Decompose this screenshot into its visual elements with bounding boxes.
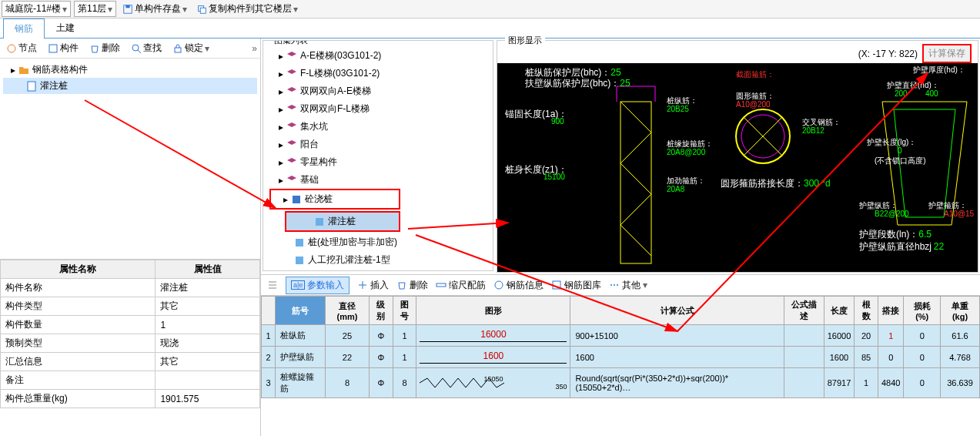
tree-child-pile[interactable]: 灌注桩	[3, 78, 257, 94]
prop-value[interactable]: 现浇	[156, 334, 260, 353]
atlas-item[interactable]: ▸ F-L楼梯(03G101-2)	[266, 65, 490, 82]
atlas-item[interactable]: ▸ 基础	[266, 171, 490, 189]
save-single-button[interactable]: 单构件存盘▾	[119, 2, 190, 15]
svg-line-25	[620, 163, 651, 194]
floor-select[interactable]: 第11层▾	[74, 1, 116, 17]
svg-point-45	[617, 284, 618, 286]
rebar-grid[interactable]: 筋号直径(mm)级别图号图形计算公式公式描述长度根数搭接损耗(%)单重(kg) …	[261, 296, 980, 436]
prop-value[interactable]: 其它	[156, 353, 260, 371]
svg-marker-11	[287, 69, 296, 74]
svg-rect-22	[620, 102, 651, 263]
doc-icon	[26, 81, 37, 92]
align-icons[interactable]	[267, 280, 278, 290]
prop-value[interactable]: 1	[156, 316, 260, 334]
lock-button[interactable]: 锁定▾	[169, 40, 212, 56]
delete-row-button[interactable]: 删除	[396, 279, 428, 292]
page-icon	[294, 255, 305, 266]
grid-header[interactable]: 级别	[370, 297, 393, 325]
main-tabs: 钢筋 土建	[0, 18, 980, 39]
svg-point-4	[8, 45, 15, 52]
prop-name: 构件数量	[1, 316, 156, 334]
folder-icon	[18, 65, 29, 75]
cube-icon	[48, 43, 59, 54]
param-input-button[interactable]: a|e参数输入	[286, 277, 350, 294]
atlas-sub-item[interactable]: 桩(处理加密与非加密)	[266, 233, 490, 251]
grid-header[interactable]: 单重(kg)	[940, 297, 979, 325]
copy-icon	[196, 4, 207, 15]
atlas-sub-item[interactable]: 人工挖孔灌注桩-1型	[266, 251, 490, 269]
grid-header[interactable]: 长度	[824, 297, 855, 325]
svg-line-7	[138, 50, 141, 53]
node-button[interactable]: 节点	[3, 40, 40, 56]
atlas-title: 图集列表	[271, 40, 311, 46]
delete-button[interactable]: 删除	[86, 40, 123, 56]
tab-rebar[interactable]: 钢筋	[3, 18, 45, 39]
svg-rect-8	[175, 48, 181, 52]
prop-name: 汇总信息	[1, 353, 156, 371]
grid-header[interactable]: 直径(mm)	[325, 297, 369, 325]
atlas-item[interactable]: ▸ 集水坑	[266, 118, 490, 136]
grid-header[interactable]: 计算公式	[570, 297, 784, 325]
other-button[interactable]: 其他▾	[609, 279, 647, 292]
grid-header[interactable]: 公式描述	[784, 297, 824, 325]
atlas-item[interactable]: ▸ 双网双向F-L楼梯	[266, 100, 490, 118]
svg-point-44	[614, 284, 615, 286]
prop-value[interactable]: 灌注桩	[156, 279, 260, 297]
table-row[interactable]: 1桩纵筋25Φ116000900+1510016000201061.6	[262, 325, 980, 347]
rebar-info-button[interactable]: 钢筋信息	[493, 279, 544, 292]
prop-value[interactable]: 1901.575	[156, 390, 260, 408]
calc-save-button[interactable]: 计算保存	[922, 44, 972, 63]
atlas-parent[interactable]: ▸ 砼浇桩	[269, 189, 400, 210]
atlas-item[interactable]: ▸ 阳台	[266, 136, 490, 153]
page-icon	[294, 237, 305, 248]
building-select[interactable]: 城庭院-11#楼▾	[2, 1, 71, 17]
component-button[interactable]: 构件	[45, 40, 82, 56]
prop-value[interactable]: 其它	[156, 297, 260, 316]
atlas-item[interactable]: ▸ A-E楼梯(03G101-2)	[266, 47, 490, 65]
svg-line-27	[620, 225, 651, 256]
component-tree: ▸ 钢筋表格构件 灌注桩	[0, 59, 260, 259]
grid-header[interactable]: 搭接	[878, 297, 904, 325]
grid-header[interactable]: 图号	[393, 297, 416, 325]
tree-root[interactable]: ▸ 钢筋表格构件	[3, 62, 257, 78]
table-row[interactable]: 2护壁纵筋22Φ116001600160085004.768	[262, 347, 980, 368]
scale-button[interactable]: 缩尺配筋	[436, 279, 486, 292]
table-row[interactable]: 3桩螺旋箍筋8Φ815050350Round(sqrt(sqr(Pi*(350+…	[262, 368, 980, 398]
prop-value[interactable]	[156, 371, 260, 390]
info-icon	[493, 280, 504, 290]
atlas-item[interactable]: ▸ 双网双向A-E楼梯	[266, 82, 490, 100]
svg-point-6	[132, 45, 139, 51]
svg-rect-1	[126, 5, 130, 8]
svg-line-24	[620, 132, 651, 163]
grid-header[interactable]: 根数	[855, 297, 878, 325]
tab-civil[interactable]: 土建	[45, 18, 86, 38]
atlas-sub-pile[interactable]: 灌注桩	[286, 213, 399, 230]
section-diagram	[728, 102, 798, 171]
prop-name: 构件总重量(kg)	[1, 390, 156, 408]
graphic-canvas[interactable]: 桩纵筋保护层(bhc)：25 扶壁纵筋保护层(bhc)：25 锚固长度(1a)：…	[497, 63, 978, 272]
trash-icon	[89, 43, 100, 54]
more-icon	[609, 280, 620, 290]
svg-marker-16	[287, 158, 296, 163]
svg-line-26	[620, 194, 651, 225]
chevron-right-icon[interactable]: »	[252, 43, 257, 54]
atlas-item[interactable]: ▸ 零星构件	[266, 153, 490, 171]
graphic-title: 图形显示	[505, 35, 545, 46]
svg-rect-42	[553, 281, 560, 289]
svg-rect-9	[28, 82, 35, 91]
insert-button[interactable]: 插入	[357, 279, 389, 292]
svg-rect-5	[49, 45, 57, 52]
rebar-lib-button[interactable]: 钢筋图库	[551, 279, 601, 292]
grid-header[interactable]: 图形	[416, 297, 570, 325]
coord-readout: (X: -17 Y: 822)	[858, 49, 918, 59]
svg-marker-17	[287, 176, 296, 180]
grid-header[interactable]: 损耗(%)	[904, 297, 941, 325]
prop-name: 构件类型	[1, 297, 156, 316]
grid-header[interactable]: 筋号	[276, 297, 326, 325]
search-button[interactable]: 查找	[128, 40, 165, 56]
prop-header-value: 属性值	[156, 260, 260, 279]
rebar-toolbar: a|e参数输入 插入 删除 缩尺配筋 钢筋信息 钢筋图库 其他▾	[261, 274, 980, 296]
svg-rect-19	[316, 218, 323, 226]
svg-point-43	[610, 284, 612, 286]
copy-to-button[interactable]: 复制构件到其它楼层▾	[193, 2, 301, 15]
